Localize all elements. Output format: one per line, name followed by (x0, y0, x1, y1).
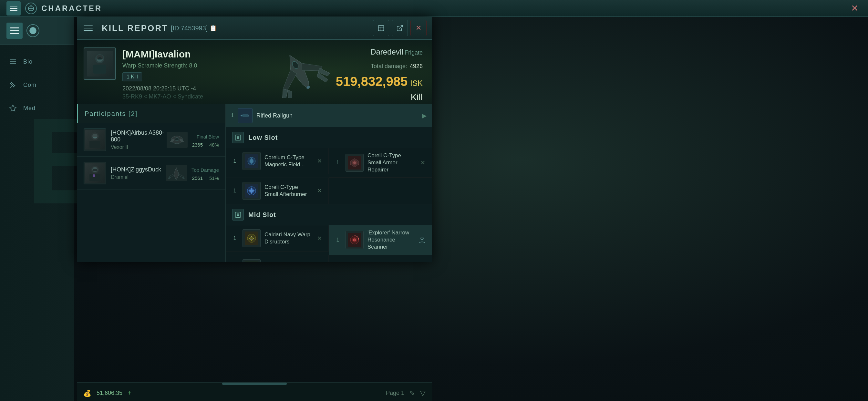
scroll-bar[interactable] (77, 382, 432, 385)
corelum-name: Corelum C-Type Magnetic Field... (265, 154, 312, 168)
sidebar-combat-label: Com (23, 82, 36, 89)
afterburner-count: 1 (231, 188, 239, 194)
low-slot-icon (232, 132, 244, 143)
scroll-thumb[interactable] (222, 382, 287, 385)
svg-rect-16 (97, 59, 102, 61)
svg-point-50 (421, 237, 423, 240)
mid-slot-icon (232, 209, 244, 220)
top-logo (25, 3, 37, 14)
low-slot-col-right-2 (329, 178, 432, 204)
ship-name: Daredevil (370, 48, 403, 56)
svg-rect-51 (245, 261, 258, 262)
participant-stats-1: Final Blow 2365 | 48% (192, 134, 219, 148)
sidebar-item-bio[interactable]: Bio (0, 50, 74, 73)
mid-slot-row-1: 1 Caldari Navy Warp Disruptors ✕ (226, 225, 432, 255)
participant-ship-2: Dramiel (111, 174, 166, 180)
svg-rect-8 (378, 26, 384, 31)
sidebar-bio-label: Bio (23, 58, 33, 65)
ship-image (264, 43, 335, 101)
mid-slot-label: Mid Slot (248, 211, 276, 219)
svg-marker-7 (10, 105, 16, 111)
svg-rect-32 (241, 115, 243, 116)
isk-value: 519,832,985 (336, 74, 407, 89)
warp-disruptor-icon (243, 229, 260, 247)
ship-class: Frigate (405, 50, 423, 56)
sidebar-logo (27, 24, 39, 37)
window-actions: ✕ (373, 20, 427, 36)
isk-label: ISK (410, 79, 423, 88)
fit-item-coreli-armor[interactable]: 1 Coreli C-Type Small Armor Repairer ✕ (329, 148, 432, 178)
close-button[interactable]: ✕ (410, 20, 427, 36)
sidebar-header (0, 17, 74, 45)
svg-rect-12 (93, 65, 106, 73)
fit-item-corelum[interactable]: 1 Corelum C-Type Magnetic Field... ✕ (226, 148, 329, 174)
fit-item-afterburner[interactable]: 1 Coreli C-Type Small Afterburner ✕ (226, 178, 329, 204)
total-damage-label: Total damage: (371, 63, 407, 70)
edit-icon[interactable]: ✎ (409, 390, 415, 397)
svg-point-45 (250, 237, 253, 240)
window-id: [ID:7453993] (171, 25, 208, 32)
svg-rect-30 (243, 114, 248, 117)
combat-icon (8, 80, 18, 90)
mid-slot-col-left-1: 1 Caldari Navy Warp Disruptors ✕ (226, 225, 329, 255)
sidebar-item-combat[interactable]: Com (0, 73, 74, 96)
coreli-armor-close-icon[interactable]: ✕ (419, 159, 427, 166)
top-bar: CHARACTER ✕ (0, 0, 868, 17)
participants-count: [2] (128, 110, 137, 117)
sidebar-hamburger[interactable] (6, 23, 23, 39)
mid-slot-header: Mid Slot (226, 204, 432, 225)
low-slot-col-right-1: 1 Coreli C-Type Small Armor Repairer ✕ (329, 148, 432, 178)
total-damage-value: 4926 (410, 63, 423, 70)
afterburner-name: Coreli C-Type Small Afterburner (265, 184, 312, 198)
fit-item-resonance-scanner[interactable]: 1 'Explorer' Narrow Resonance Scanner (329, 225, 432, 255)
corelum-close-icon[interactable]: ✕ (315, 157, 323, 165)
svg-rect-22 (93, 137, 97, 138)
coreli-armor-icon (345, 154, 364, 172)
top-hamburger-button[interactable] (6, 1, 21, 16)
app-close-button[interactable]: ✕ (847, 1, 862, 16)
participant-ship-1: Vexor II (111, 144, 166, 150)
page-info: Page 1 (386, 390, 404, 397)
svg-point-21 (92, 134, 97, 139)
coreli-armor-name: Coreli C-Type Small Armor Repairer (368, 152, 415, 174)
wallet-amount: 51,606.35 (97, 390, 122, 397)
kill-report-window: KILL REPORT [ID:7453993] 📋 ✕ (77, 17, 432, 262)
mid-slot-row-2: 1 'Predator' Stasis Webifier ✕ (226, 255, 432, 262)
window-menu-button[interactable] (82, 21, 97, 35)
railgun-icon (238, 108, 252, 123)
fit-item-warp-disruptor[interactable]: 1 Caldari Navy Warp Disruptors ✕ (226, 225, 329, 251)
mid-slot-col-right-1: 1 'Explorer' Narrow Resonance Scanner (329, 225, 432, 255)
copy-icon[interactable]: 📋 (210, 25, 217, 32)
svg-point-3 (32, 27, 34, 34)
warp-disruptor-close-icon[interactable]: ✕ (315, 235, 323, 242)
participants-panel: Participants [2] (77, 104, 226, 262)
participants-title: Participants [2] (85, 110, 137, 117)
railgun-expand-icon[interactable]: ▶ (422, 112, 427, 120)
report-button[interactable] (373, 20, 389, 36)
low-slot-label: Low Slot (248, 134, 278, 142)
participant-ship-img-1 (166, 132, 188, 148)
stasis-webifier-icon (243, 259, 260, 262)
wallet-icon: 💰 (83, 390, 91, 397)
export-button[interactable] (392, 20, 408, 36)
sidebar-item-medals[interactable]: Med (0, 96, 74, 120)
participant-item-1[interactable]: [HONK]Airbus A380-800 Vexor II Final Blo… (77, 123, 225, 157)
kill-count-badge: 1 Kill (122, 72, 142, 81)
fit-item-stasis-webifier[interactable]: 1 'Predator' Stasis Webifier ✕ (226, 255, 329, 262)
window-header: KILL REPORT [ID:7453993] 📋 ✕ (77, 17, 432, 40)
low-slot-row-2: 1 Coreli C-Type Small Afterburner ✕ (226, 178, 432, 204)
participant-item-2[interactable]: [HONK]ZiggysDuck Dramiel (77, 157, 225, 190)
svg-point-24 (175, 137, 179, 141)
bottom-panel: Participants [2] (77, 104, 432, 262)
afterburner-close-icon[interactable]: ✕ (315, 187, 323, 195)
window-title: KILL REPORT (102, 23, 168, 33)
filter-icon[interactable]: ▽ (420, 389, 426, 397)
wallet-plus-icon[interactable]: + (128, 390, 131, 397)
participant-name-1: [HONK]Airbus A380-800 (111, 129, 166, 143)
mid-slot-col-right-2 (329, 255, 432, 262)
kill-type: Kill (336, 92, 423, 102)
stasis-webifier-name: 'Predator' Stasis Webifier (265, 261, 312, 262)
kill-stats: Daredevil Frigate Total damage: 4926 519… (327, 40, 432, 104)
svg-point-28 (93, 174, 95, 177)
sidebar-medals-label: Med (23, 105, 35, 112)
